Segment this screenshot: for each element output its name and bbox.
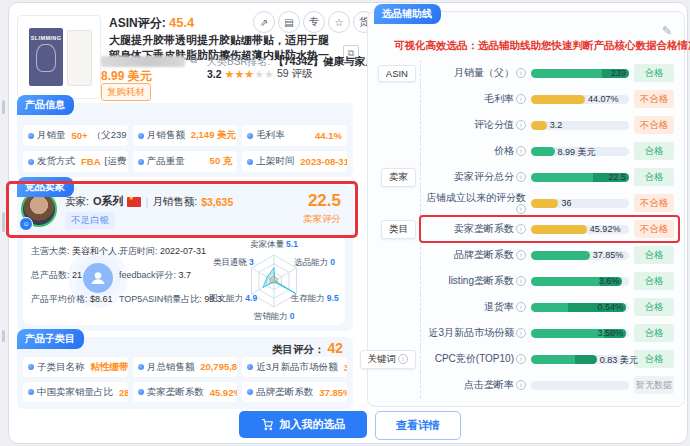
seller-stat-value: 美容和个人…: [72, 246, 126, 256]
assist-row-content: 店铺成立以来的评分数i36不合格: [420, 190, 678, 216]
rating-value: 3.2: [207, 68, 222, 80]
seller-name[interactable]: O系列: [93, 194, 124, 209]
radar-axis-label: 卖家体量5.1: [250, 239, 298, 251]
assist-row-label: 价格i: [426, 145, 526, 157]
assist-status-badge: 合格: [634, 272, 674, 290]
assist-row-content: 毛利率i44.07%不合格: [420, 86, 678, 112]
subcategory-section: 产品子类目 类目评分： 42 子类目名称粘性绷带月总销售额20,795,875 …: [17, 337, 353, 409]
info-icon[interactable]: i: [516, 68, 526, 78]
info-icon[interactable]: i: [516, 276, 526, 286]
info-icon[interactable]: i: [516, 172, 526, 182]
copy-icon[interactable]: ⧉: [190, 54, 197, 66]
page-edge-tick: [2, 100, 5, 114]
rating-count: 59 评级: [277, 67, 313, 81]
page-edge-tick: [2, 330, 5, 342]
asin-redacted: [101, 56, 185, 67]
assist-row-label: 毛利率i: [426, 93, 526, 105]
radar-axis-label: 生存能力9.5: [291, 293, 339, 305]
assist-description: 可视化高效选品：选品辅助线助您快速判断产品核心数据合格情况: [394, 39, 690, 53]
assist-group-slot: [372, 268, 420, 294]
seller-sales-label: 月销售额:: [152, 195, 197, 209]
radar-axis-label: 图文能力4.9: [209, 293, 257, 305]
assist-bar-value: 3.6%: [599, 276, 620, 286]
add-to-my-selection-button[interactable]: 加入我的选品: [239, 411, 367, 438]
edit-pencil-icon[interactable]: ✎: [662, 24, 672, 38]
info-icon[interactable]: i: [516, 328, 526, 338]
star-icon: ★: [234, 68, 244, 80]
detail-button-label: 查看详情: [396, 418, 440, 433]
assist-row: listing垄断系数i3.6%合格: [372, 268, 678, 294]
info-icon[interactable]: i: [516, 146, 526, 156]
assist-row-content: 评论分值i3.2不合格: [420, 112, 678, 138]
assist-group-slot: [372, 190, 420, 216]
rating-stars: ★★★★★: [225, 68, 274, 81]
info-item: 中国卖家销量占比28.93%: [23, 382, 128, 402]
share-icon[interactable]: ⇗: [253, 11, 275, 33]
patent-icon[interactable]: 专: [303, 11, 325, 33]
data-dot-icon: [138, 389, 144, 395]
info-icon[interactable]: i: [516, 380, 526, 390]
seller-tier-badge: 不足白银: [65, 212, 115, 229]
assist-group-slot: 类目: [372, 216, 420, 242]
assist-bar: 22.5: [531, 173, 629, 182]
data-dot-icon: [138, 364, 144, 370]
group-pill-ASIN: ASIN: [378, 65, 416, 82]
assist-group-slot: [372, 86, 420, 112]
asin-score-line: ASIN评分: 45.4: [109, 15, 194, 32]
info-item-value: 37.85%: [319, 387, 347, 398]
asin-score-value: 45.4: [169, 15, 194, 30]
seller-stat: 开店时间: 2022-07-31: [119, 245, 206, 258]
info-icon[interactable]: i: [516, 224, 526, 234]
radar-axis-value: 0: [330, 257, 335, 267]
assist-row-label: 品牌垄断系数i: [426, 249, 526, 261]
section-badge-subcategory: 产品子类目: [17, 329, 84, 349]
radar-axis-value: 5.1: [286, 239, 298, 249]
info-icon[interactable]: i: [516, 204, 526, 214]
assist-row-content: 点击垄断率i暂无数据: [420, 372, 678, 398]
radar-axis-name: 营销能力: [254, 311, 288, 321]
report-icon[interactable]: ▤: [278, 11, 300, 33]
assist-row: 毛利率i44.07%不合格: [372, 86, 678, 112]
info-icon[interactable]: i: [516, 94, 526, 104]
info-icon[interactable]: i: [398, 354, 408, 364]
china-flag-icon: [127, 197, 141, 207]
info-icon[interactable]: i: [516, 250, 526, 260]
info-icon[interactable]: i: [516, 120, 526, 130]
assist-bar-value: 36: [561, 198, 571, 208]
data-dot-icon: [247, 133, 253, 139]
assist-bar-value: 239: [611, 68, 626, 78]
assist-status-badge: 不合格: [634, 90, 674, 108]
assist-group-slot: [372, 320, 420, 346]
star-icon: ★: [225, 68, 235, 80]
seller-stat-value: $8.61: [90, 294, 113, 304]
info-item-label: 月销量: [37, 129, 66, 142]
view-details-button[interactable]: 查看详情: [375, 411, 461, 440]
assist-row-label: listing垄断系数i: [426, 275, 526, 287]
seller-level-icon: ☺: [19, 217, 33, 231]
seller-stat-label: feedback评分:: [119, 270, 179, 280]
assist-bar: 0.54%: [531, 303, 629, 312]
seller-score-label: 卖家评分: [303, 213, 341, 226]
info-item-value: 28.93%: [119, 387, 128, 398]
assist-status-badge: 合格: [634, 298, 674, 316]
favorite-star-icon[interactable]: ☆: [328, 11, 350, 33]
subcategory-cards: 子类目名称粘性绷带月总销售额20,795,875 美元近3月新品市场份额3.58…: [23, 357, 347, 402]
divider: |: [145, 196, 148, 208]
info-item-label: 子类目名称: [37, 361, 85, 374]
assist-bar: 0.83 美元: [531, 355, 629, 364]
info-icon[interactable]: i: [516, 302, 526, 312]
seller-radar-chart: 卖家体量5.1选品能力0生存能力9.5营销能力0图文能力4.9类目通晓3: [199, 235, 349, 325]
radar-axis-value: 4.9: [245, 293, 257, 303]
product-package-graphic: SLIMMING: [29, 28, 63, 86]
seller-stat: 主营大类: 美容和个人…: [31, 245, 126, 258]
info-item: 近3月新品市场份额3.58%: [242, 357, 347, 377]
cart-icon: [261, 418, 274, 431]
info-icon[interactable]: i: [516, 354, 526, 364]
info-item-label: 发货方式: [37, 155, 75, 168]
seller-stat-label: 产品平均价格:: [31, 294, 90, 304]
assist-bar-value: 44.07%: [588, 94, 619, 104]
category-score: 类目评分： 42: [272, 340, 343, 357]
assist-status-badge: 合格: [634, 64, 674, 82]
user-icon: [83, 263, 113, 293]
group-pill-卖家: 卖家: [381, 168, 416, 187]
